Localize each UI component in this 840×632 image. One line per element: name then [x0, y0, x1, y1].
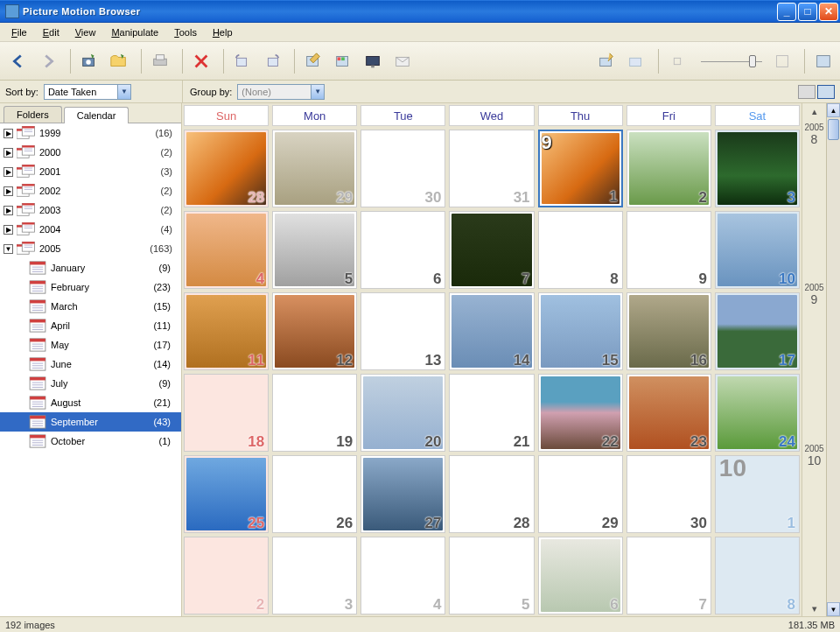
- menu-view[interactable]: View: [67, 25, 104, 39]
- year-2001[interactable]: ▶2001(3): [0, 162, 181, 181]
- calendar-cell[interactable]: 5: [272, 211, 357, 289]
- month-april[interactable]: April(11): [0, 316, 181, 335]
- strip-segment[interactable]: 20059: [804, 279, 823, 439]
- calendar-cell[interactable]: 30: [626, 455, 711, 533]
- calendar-cell[interactable]: 31: [449, 130, 534, 207]
- calendar-cell[interactable]: 29: [272, 130, 357, 207]
- calendar-cell[interactable]: 29: [538, 455, 623, 533]
- calendar-cell[interactable]: 19: [272, 374, 357, 452]
- calendar-cell[interactable]: 30: [360, 130, 445, 207]
- strip-segment[interactable]: 20058: [804, 119, 823, 279]
- month-may[interactable]: May(17): [0, 335, 181, 355]
- calendar-cell[interactable]: 11: [184, 292, 269, 370]
- zoom-in-button[interactable]: [769, 48, 795, 74]
- calendar-cell[interactable]: 7: [449, 211, 534, 289]
- calendar-cell[interactable]: 4: [184, 211, 269, 289]
- expand-icon[interactable]: ▶: [4, 225, 13, 235]
- month-october[interactable]: October(1): [0, 432, 181, 451]
- calendar-cell[interactable]: 8: [538, 211, 623, 289]
- calendar-cell[interactable]: 6: [538, 537, 623, 614]
- scrollbar[interactable]: ▲ ▼: [826, 103, 840, 616]
- calendar-cell[interactable]: 2: [184, 537, 269, 614]
- calendar-cell[interactable]: 25: [184, 455, 269, 533]
- calendar-cell[interactable]: 27: [360, 455, 445, 533]
- zoom-out-button[interactable]: [664, 48, 690, 74]
- calendar-cell[interactable]: 7: [626, 537, 711, 614]
- tab-calendar[interactable]: Calendar: [64, 107, 130, 123]
- slideshow-button[interactable]: [360, 48, 386, 74]
- menu-manipulate[interactable]: Manipulate: [103, 25, 166, 39]
- view-calendar-button[interactable]: [817, 85, 835, 99]
- calendar-cell[interactable]: 91: [538, 130, 623, 207]
- calendar-cell[interactable]: 9: [626, 211, 711, 289]
- calendar-cell[interactable]: 10: [715, 211, 800, 289]
- strip-down-button[interactable]: ▾: [812, 600, 817, 616]
- calendar-cell[interactable]: 3: [272, 537, 357, 614]
- menu-edit[interactable]: Edit: [35, 25, 67, 39]
- calendar-cell[interactable]: 24: [715, 374, 800, 452]
- forward-button[interactable]: [35, 48, 61, 74]
- expand-icon[interactable]: ▶: [4, 148, 13, 158]
- year-2003[interactable]: ▶2003(2): [0, 200, 181, 220]
- calendar-cell[interactable]: 17: [715, 292, 800, 370]
- back-button[interactable]: [5, 48, 32, 74]
- tag-button[interactable]: [593, 48, 620, 74]
- scroll-down-button[interactable]: ▼: [827, 602, 840, 616]
- group-by-combo[interactable]: (None)▼: [237, 84, 325, 100]
- expand-icon[interactable]: ▶: [4, 186, 13, 196]
- calendar-cell[interactable]: 22: [538, 374, 623, 452]
- calendar-cell[interactable]: 20: [360, 374, 445, 452]
- menu-help[interactable]: Help: [205, 25, 241, 39]
- sort-by-combo[interactable]: Date Taken▼: [44, 84, 131, 100]
- calendar-cell[interactable]: 21: [449, 374, 534, 452]
- calendar-cell[interactable]: 12: [272, 292, 357, 370]
- year-1999[interactable]: ▶1999(16): [0, 123, 181, 143]
- calendar-cell[interactable]: 3: [715, 130, 800, 207]
- month-september[interactable]: September(43): [0, 412, 181, 432]
- filter-button[interactable]: [623, 48, 649, 74]
- month-june[interactable]: June(14): [0, 355, 181, 374]
- scroll-thumb[interactable]: [828, 119, 839, 140]
- expand-icon[interactable]: ▶: [4, 206, 13, 215]
- calendar-cell[interactable]: 2: [626, 130, 711, 207]
- rotate-right-button[interactable]: [259, 48, 285, 74]
- edit-button[interactable]: [300, 48, 326, 74]
- month-july[interactable]: July(9): [0, 374, 181, 393]
- calendar-cell[interactable]: 23: [626, 374, 711, 452]
- open-folder-button[interactable]: [106, 48, 132, 74]
- year-2004[interactable]: ▶2004(4): [0, 220, 181, 239]
- strip-segment[interactable]: 200510: [804, 440, 823, 600]
- colorize-button[interactable]: [330, 48, 356, 74]
- expand-icon[interactable]: ▶: [4, 167, 13, 177]
- tab-folders[interactable]: Folders: [4, 106, 62, 123]
- year-2002[interactable]: ▶2002(2): [0, 181, 181, 200]
- view-list-button[interactable]: [798, 85, 816, 99]
- menu-file[interactable]: File: [4, 25, 35, 39]
- month-march[interactable]: March(15): [0, 297, 181, 316]
- calendar-cell[interactable]: 5: [449, 537, 534, 614]
- close-button[interactable]: ✕: [819, 3, 838, 21]
- year-2000[interactable]: ▶2000(2): [0, 143, 181, 162]
- expand-icon[interactable]: ▶: [4, 129, 13, 138]
- scroll-up-button[interactable]: ▲: [827, 103, 840, 117]
- month-strip[interactable]: ▴ 2005820059200510 ▾: [802, 103, 826, 616]
- calendar-cell[interactable]: 28: [449, 455, 534, 533]
- rotate-left-button[interactable]: [229, 48, 256, 74]
- print-button[interactable]: [147, 48, 173, 74]
- import-button[interactable]: [76, 48, 102, 74]
- zoom-slider[interactable]: [701, 59, 762, 64]
- calendar-cell[interactable]: 101: [715, 455, 800, 533]
- calendar-cell[interactable]: 18: [184, 374, 269, 452]
- calendar-cell[interactable]: 8: [715, 537, 800, 614]
- month-august[interactable]: August(21): [0, 393, 181, 412]
- calendar-cell[interactable]: 15: [538, 292, 623, 370]
- month-january[interactable]: January(9): [0, 258, 181, 277]
- month-february[interactable]: February(23): [0, 277, 181, 297]
- calendar-cell[interactable]: 6: [360, 211, 445, 289]
- calendar-cell[interactable]: 14: [449, 292, 534, 370]
- minimize-button[interactable]: _: [777, 3, 796, 21]
- delete-button[interactable]: [188, 48, 214, 74]
- calendar-cell[interactable]: 4: [360, 537, 445, 614]
- expand-icon[interactable]: ▼: [4, 244, 13, 254]
- calendar-cell[interactable]: 16: [626, 292, 711, 370]
